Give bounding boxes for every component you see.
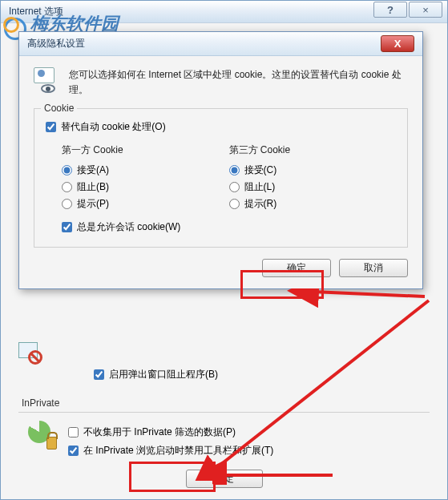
third-prompt-radio[interactable]: 提示(R) — [229, 197, 397, 211]
cookie-legend: Cookie — [41, 103, 77, 114]
session-cookie-label: 总是允许会话 cookie(W) — [77, 220, 180, 234]
close-button[interactable]: × — [409, 2, 442, 18]
first-accept-radio[interactable]: 接受(A) — [62, 163, 229, 177]
popup-blocker-label: 启用弹出窗口阻止程序(B) — [109, 368, 218, 381]
override-auto-checkbox[interactable]: 替代自动 cookie 处理(O) — [46, 120, 396, 134]
inprivate-disable-toolbars-checkbox[interactable]: 在 InPrivate 浏览启动时禁用工具栏和扩展(T) — [68, 444, 430, 458]
divider — [18, 412, 430, 413]
third-accept-radio[interactable]: 接受(C) — [229, 163, 397, 177]
intro-text: 您可以选择如何在 Internet 区域中处理 cookie。这里的设置替代自动… — [69, 67, 408, 97]
inprivate-legend: InPrivate — [22, 397, 430, 409]
internet-options-dialog: Internet 选项 ? × 高级隐私设置 X 您可以选择如何在 Intern… — [0, 0, 448, 500]
third-block-radio[interactable]: 阻止(L) — [229, 180, 397, 194]
privacy-icon — [34, 67, 61, 95]
outer-ok-button[interactable]: 确定 — [186, 470, 263, 488]
advanced-privacy-dialog: 高级隐私设置 X 您可以选择如何在 Internet 区域中处理 cookie。… — [18, 31, 423, 289]
inner-ok-button[interactable]: 确定 — [262, 259, 331, 277]
inprivate-nodata-checkbox[interactable]: 不收集用于 InPrivate 筛选的数据(P) — [68, 425, 430, 439]
override-auto-label: 替代自动 cookie 处理(O) — [61, 120, 166, 134]
inner-close-button[interactable]: X — [381, 35, 414, 52]
session-cookie-checkbox[interactable]: 总是允许会话 cookie(W) — [62, 220, 396, 234]
first-prompt-radio[interactable]: 提示(P) — [62, 197, 229, 211]
third-party-heading: 第三方 Cookie — [229, 143, 397, 157]
popup-blocker-checkbox[interactable]: 启用弹出窗口阻止程序(B) — [94, 368, 430, 381]
help-button[interactable]: ? — [373, 2, 407, 18]
override-auto-input[interactable] — [46, 122, 56, 132]
cookie-fieldset: Cookie 替代自动 cookie 处理(O) 第一方 Cookie 接受(A… — [34, 108, 408, 248]
first-party-heading: 第一方 Cookie — [62, 143, 229, 157]
inprivate-disable-toolbars-label: 在 InPrivate 浏览启动时禁用工具栏和扩展(T) — [83, 444, 273, 458]
session-cookie-input[interactable] — [62, 222, 72, 232]
inprivate-nodata-label: 不收集用于 InPrivate 筛选的数据(P) — [83, 425, 236, 439]
first-block-radio[interactable]: 阻止(B) — [62, 180, 229, 194]
popup-blocker-icon — [18, 341, 42, 365]
inner-cancel-button[interactable]: 取消 — [339, 259, 408, 277]
inner-title-text: 高级隐私设置 — [27, 37, 85, 50]
inprivate-icon — [28, 421, 57, 450]
